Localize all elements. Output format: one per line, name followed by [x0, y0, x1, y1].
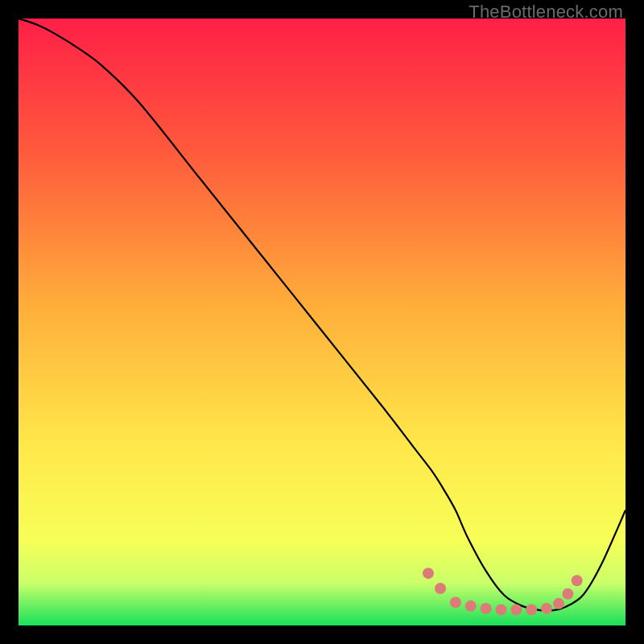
- marker-point: [510, 604, 522, 615]
- marker-point: [435, 583, 446, 594]
- chart-frame: [19, 19, 625, 625]
- marker-point: [541, 603, 552, 614]
- marker-point: [481, 603, 492, 614]
- marker-point: [553, 598, 564, 609]
- marker-point: [465, 601, 477, 612]
- marker-point: [423, 568, 434, 579]
- bottleneck-chart: [19, 19, 625, 625]
- marker-point: [495, 604, 506, 615]
- marker-point: [562, 588, 573, 600]
- marker-point: [450, 597, 461, 608]
- marker-point: [526, 604, 537, 615]
- marker-point: [572, 575, 583, 586]
- gradient-background: [19, 19, 625, 625]
